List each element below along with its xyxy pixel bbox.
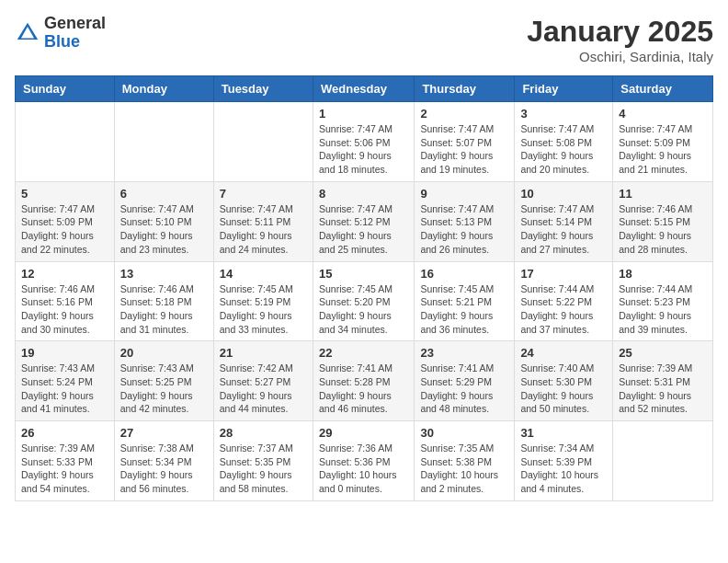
day-cell: 20Sunrise: 7:43 AM Sunset: 5:25 PM Dayli… [114, 341, 213, 421]
week-row-4: 19Sunrise: 7:43 AM Sunset: 5:24 PM Dayli… [16, 341, 713, 421]
day-number: 7 [220, 187, 307, 201]
day-cell: 31Sunrise: 7:34 AM Sunset: 5:39 PM Dayli… [515, 421, 613, 501]
day-cell: 22Sunrise: 7:41 AM Sunset: 5:28 PM Dayli… [313, 341, 414, 421]
day-number: 9 [420, 187, 508, 201]
day-cell: 2Sunrise: 7:47 AM Sunset: 5:07 PM Daylig… [415, 102, 515, 182]
day-info: Sunrise: 7:47 AM Sunset: 5:07 PM Dayligh… [420, 122, 508, 177]
calendar-header: SundayMondayTuesdayWednesdayThursdayFrid… [16, 76, 713, 102]
calendar: SundayMondayTuesdayWednesdayThursdayFrid… [15, 75, 713, 501]
day-info: Sunrise: 7:38 AM Sunset: 5:34 PM Dayligh… [120, 442, 208, 496]
weekday-friday: Friday [515, 76, 613, 102]
weekday-row: SundayMondayTuesdayWednesdayThursdayFrid… [16, 76, 713, 102]
day-number: 1 [319, 107, 408, 121]
day-cell: 9Sunrise: 7:47 AM Sunset: 5:13 PM Daylig… [415, 181, 515, 261]
day-number: 8 [319, 187, 408, 201]
weekday-monday: Monday [114, 76, 213, 102]
day-number: 17 [520, 267, 607, 281]
weekday-thursday: Thursday [415, 76, 515, 102]
day-number: 26 [21, 426, 108, 440]
day-number: 31 [520, 426, 607, 440]
day-info: Sunrise: 7:47 AM Sunset: 5:10 PM Dayligh… [120, 202, 208, 257]
day-cell: 25Sunrise: 7:39 AM Sunset: 5:31 PM Dayli… [613, 341, 713, 421]
day-cell: 5Sunrise: 7:47 AM Sunset: 5:09 PM Daylig… [16, 181, 115, 261]
day-number: 5 [21, 187, 108, 201]
day-cell: 3Sunrise: 7:47 AM Sunset: 5:08 PM Daylig… [515, 102, 613, 182]
day-info: Sunrise: 7:36 AM Sunset: 5:36 PM Dayligh… [319, 442, 408, 496]
day-info: Sunrise: 7:47 AM Sunset: 5:06 PM Dayligh… [319, 122, 408, 177]
day-number: 10 [520, 187, 607, 201]
day-cell [114, 102, 213, 182]
day-info: Sunrise: 7:44 AM Sunset: 5:23 PM Dayligh… [619, 282, 707, 337]
day-info: Sunrise: 7:42 AM Sunset: 5:27 PM Dayligh… [220, 362, 307, 416]
day-info: Sunrise: 7:41 AM Sunset: 5:29 PM Dayligh… [420, 362, 508, 416]
day-number: 3 [520, 107, 607, 121]
page-header: General Blue January 2025 Oschiri, Sardi… [15, 15, 713, 64]
week-row-5: 26Sunrise: 7:39 AM Sunset: 5:33 PM Dayli… [16, 421, 713, 501]
day-cell: 13Sunrise: 7:46 AM Sunset: 5:18 PM Dayli… [114, 261, 213, 341]
day-info: Sunrise: 7:47 AM Sunset: 5:12 PM Dayligh… [319, 202, 408, 257]
day-cell: 12Sunrise: 7:46 AM Sunset: 5:16 PM Dayli… [16, 261, 115, 341]
day-number: 11 [619, 187, 707, 201]
day-cell: 21Sunrise: 7:42 AM Sunset: 5:27 PM Dayli… [213, 341, 313, 421]
day-number: 16 [420, 267, 508, 281]
day-info: Sunrise: 7:39 AM Sunset: 5:33 PM Dayligh… [21, 442, 108, 496]
logo: General Blue [15, 15, 106, 52]
day-cell: 1Sunrise: 7:47 AM Sunset: 5:06 PM Daylig… [313, 102, 414, 182]
day-cell: 14Sunrise: 7:45 AM Sunset: 5:19 PM Dayli… [213, 261, 313, 341]
logo-text: General Blue [44, 15, 106, 52]
day-number: 23 [420, 346, 508, 360]
day-info: Sunrise: 7:45 AM Sunset: 5:20 PM Dayligh… [319, 282, 408, 337]
weekday-saturday: Saturday [613, 76, 713, 102]
day-info: Sunrise: 7:47 AM Sunset: 5:11 PM Dayligh… [220, 202, 307, 257]
week-row-2: 5Sunrise: 7:47 AM Sunset: 5:09 PM Daylig… [16, 181, 713, 261]
day-cell: 30Sunrise: 7:35 AM Sunset: 5:38 PM Dayli… [415, 421, 515, 501]
day-cell: 19Sunrise: 7:43 AM Sunset: 5:24 PM Dayli… [16, 341, 115, 421]
logo-blue: Blue [44, 33, 106, 52]
day-number: 24 [520, 346, 607, 360]
day-info: Sunrise: 7:47 AM Sunset: 5:08 PM Dayligh… [520, 122, 607, 177]
day-cell: 23Sunrise: 7:41 AM Sunset: 5:29 PM Dayli… [415, 341, 515, 421]
day-number: 2 [420, 107, 508, 121]
day-info: Sunrise: 7:39 AM Sunset: 5:31 PM Dayligh… [619, 362, 707, 416]
day-number: 30 [420, 426, 508, 440]
day-info: Sunrise: 7:35 AM Sunset: 5:38 PM Dayligh… [420, 442, 508, 496]
day-info: Sunrise: 7:43 AM Sunset: 5:25 PM Dayligh… [120, 362, 208, 416]
day-cell: 26Sunrise: 7:39 AM Sunset: 5:33 PM Dayli… [16, 421, 115, 501]
week-row-1: 1Sunrise: 7:47 AM Sunset: 5:06 PM Daylig… [16, 102, 713, 182]
day-number: 25 [619, 346, 707, 360]
day-number: 20 [120, 346, 208, 360]
calendar-body: 1Sunrise: 7:47 AM Sunset: 5:06 PM Daylig… [16, 102, 713, 501]
day-cell: 4Sunrise: 7:47 AM Sunset: 5:09 PM Daylig… [613, 102, 713, 182]
day-info: Sunrise: 7:43 AM Sunset: 5:24 PM Dayligh… [21, 362, 108, 416]
day-number: 14 [220, 267, 307, 281]
day-cell: 27Sunrise: 7:38 AM Sunset: 5:34 PM Dayli… [114, 421, 213, 501]
day-cell: 6Sunrise: 7:47 AM Sunset: 5:10 PM Daylig… [114, 181, 213, 261]
logo-icon [15, 20, 40, 46]
day-number: 27 [120, 426, 208, 440]
day-number: 19 [21, 346, 108, 360]
logo-general: General [44, 15, 106, 33]
day-cell: 29Sunrise: 7:36 AM Sunset: 5:36 PM Dayli… [313, 421, 414, 501]
day-cell: 28Sunrise: 7:37 AM Sunset: 5:35 PM Dayli… [213, 421, 313, 501]
weekday-tuesday: Tuesday [213, 76, 313, 102]
day-info: Sunrise: 7:40 AM Sunset: 5:30 PM Dayligh… [520, 362, 607, 416]
weekday-sunday: Sunday [16, 76, 115, 102]
day-number: 4 [619, 107, 707, 121]
day-info: Sunrise: 7:44 AM Sunset: 5:22 PM Dayligh… [520, 282, 607, 337]
day-info: Sunrise: 7:34 AM Sunset: 5:39 PM Dayligh… [520, 442, 607, 496]
day-cell [16, 102, 115, 182]
day-cell: 16Sunrise: 7:45 AM Sunset: 5:21 PM Dayli… [415, 261, 515, 341]
day-number: 21 [220, 346, 307, 360]
day-number: 6 [120, 187, 208, 201]
day-info: Sunrise: 7:37 AM Sunset: 5:35 PM Dayligh… [220, 442, 307, 496]
day-cell: 7Sunrise: 7:47 AM Sunset: 5:11 PM Daylig… [213, 181, 313, 261]
day-info: Sunrise: 7:47 AM Sunset: 5:09 PM Dayligh… [619, 122, 707, 177]
day-cell: 15Sunrise: 7:45 AM Sunset: 5:20 PM Dayli… [313, 261, 414, 341]
day-cell: 18Sunrise: 7:44 AM Sunset: 5:23 PM Dayli… [613, 261, 713, 341]
day-info: Sunrise: 7:47 AM Sunset: 5:13 PM Dayligh… [420, 202, 508, 257]
day-info: Sunrise: 7:47 AM Sunset: 5:09 PM Dayligh… [21, 202, 108, 257]
day-info: Sunrise: 7:46 AM Sunset: 5:18 PM Dayligh… [120, 282, 208, 337]
month-title: January 2025 [527, 15, 713, 49]
day-cell: 24Sunrise: 7:40 AM Sunset: 5:30 PM Dayli… [515, 341, 613, 421]
day-cell: 8Sunrise: 7:47 AM Sunset: 5:12 PM Daylig… [313, 181, 414, 261]
